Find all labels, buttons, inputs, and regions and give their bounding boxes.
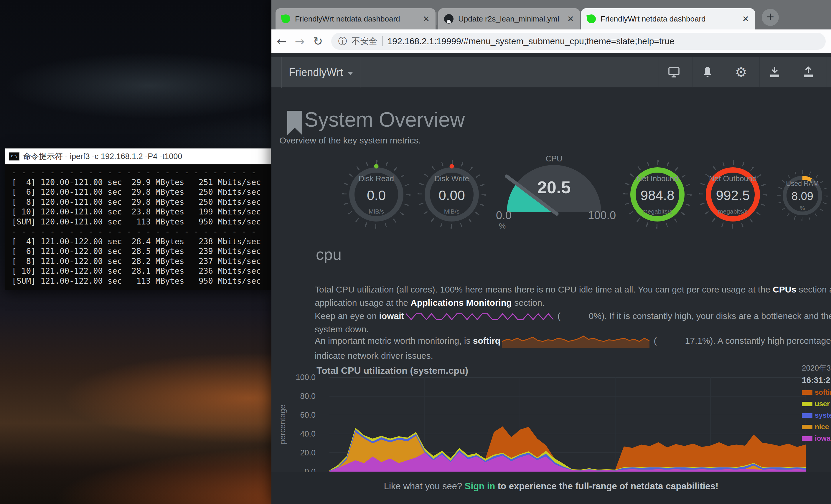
gauge-value-dot — [374, 164, 379, 169]
github-favicon — [444, 14, 454, 24]
terminal-output: - - - - - - - - - - - - - - - - - - - - … — [5, 165, 271, 290]
dashboard-display-button[interactable] — [659, 57, 689, 87]
legend-swatch — [802, 402, 812, 406]
tab-github[interactable]: Update r2s_lean_minimal.yml · k ✕ — [438, 8, 580, 29]
gauge-label: Used RAM — [786, 180, 819, 188]
legend-item-iowait[interactable]: iowait — [802, 434, 831, 442]
gauge-net-outbound[interactable]: Net Outbound 992.5 megabits/s — [699, 160, 767, 229]
gauge-unit: % — [800, 205, 805, 211]
legend-item-system[interactable]: system — [802, 411, 831, 419]
footer-text: to experience the full-range of netdata … — [495, 481, 718, 491]
tab-netdata-2-active[interactable]: FriendlyWrt netdata dashboard ✕ — [581, 8, 755, 29]
terminal-titlebar[interactable]: C:\ 命令提示符 - iperf3 -c 192.168.1.2 -P4 -t… — [5, 148, 271, 165]
gauge-value-dot — [450, 164, 454, 169]
alarms-button[interactable] — [692, 57, 722, 87]
terminal-line: [ 8] 120.00-121.00 sec 29.8 MBytes 250 M… — [12, 197, 271, 207]
legend-swatch — [802, 413, 812, 418]
download-icon — [768, 65, 782, 79]
tab-strip: FriendlyWrt netdata dashboard ✕ Update r… — [271, 0, 831, 29]
brand-dropdown[interactable]: FriendlyWrt — [281, 57, 361, 88]
terminal-line: [ 8] 121.00-122.00 sec 28.2 MBytes 237 M… — [12, 256, 271, 266]
legend-item-nice[interactable]: nice — [802, 423, 831, 431]
upload-icon — [801, 65, 815, 79]
ytick: 80.0 — [283, 392, 316, 401]
terminal-line: [ 6] 120.00-121.00 sec 29.8 MBytes 250 M… — [12, 187, 271, 197]
gauge-disk-read[interactable]: Disk Read 0.0 MiB/s — [342, 160, 410, 229]
terminal-line: - - - - - - - - - - - - - - - - - - - - … — [12, 227, 271, 237]
tab-netdata-1[interactable]: FriendlyWrt netdata dashboard ✕ — [276, 8, 435, 29]
omnibox-divider — [382, 36, 383, 46]
bell-icon — [700, 65, 715, 79]
gauge-value: 0.00 — [438, 187, 465, 203]
gauge-unit: MiB/s — [369, 208, 384, 215]
browser-window: FriendlyWrt netdata dashboard ✕ Update r… — [271, 0, 831, 504]
address-bar[interactable]: ⓘ 不安全 192.168.2.1:19999/#menu_system_sub… — [331, 33, 826, 50]
page-subtitle: Overview of the key system metrics. — [279, 136, 421, 146]
info-icon[interactable]: ⓘ — [338, 35, 347, 48]
terminal-line: [ 10] 121.00-122.00 sec 28.1 MBytes 236 … — [12, 266, 271, 276]
ytick: 100.0 — [283, 373, 316, 382]
terminal-line: [ 10] 120.00-121.00 sec 23.8 MBytes 199 … — [12, 207, 271, 217]
reload-button[interactable]: ↻ — [313, 34, 323, 48]
applications-monitoring-link[interactable]: Applications Monitoring — [410, 298, 512, 307]
gauge-value: 20.5 — [491, 177, 618, 197]
tab-label: FriendlyWrt netdata dashboard — [601, 14, 736, 24]
doc-line: system down. — [315, 323, 831, 336]
forward-button[interactable]: → — [295, 34, 305, 48]
back-button[interactable]: ← — [277, 34, 287, 48]
terminal-line: [ 6] 121.00-122.00 sec 28.5 MBytes 239 M… — [12, 246, 271, 256]
gauge-cpu[interactable]: CPU 20.5 0.0 100.0 % — [491, 154, 618, 237]
page-title: System Overview — [305, 108, 465, 131]
gauge-max: 100.0 — [588, 209, 616, 222]
gauge-label: Disk Read — [359, 174, 394, 183]
chart-title: Total CPU utilization (system.cpu) — [316, 365, 468, 376]
legend-swatch — [802, 436, 812, 441]
section-heading-cpu: cpu — [316, 245, 342, 263]
gauge-min: 0.0 — [496, 209, 512, 222]
legend-item-user[interactable]: user — [802, 400, 831, 408]
monitor-icon — [667, 65, 681, 79]
gauge-net-inbound[interactable]: Net Inbound 984.8 megabits/s — [623, 160, 692, 229]
cpu-utilization-chart[interactable] — [329, 377, 806, 472]
tab-close-icon[interactable]: ✕ — [423, 14, 430, 24]
new-tab-button[interactable]: + — [762, 9, 779, 26]
sign-in-link[interactable]: Sign in — [465, 481, 495, 491]
signin-footer: Like what you see? Sign in to experience… — [271, 472, 831, 504]
browser-toolbar: ← → ↻ ⓘ 不安全 192.168.2.1:19999/#menu_syst… — [271, 29, 831, 53]
doc-line: indicate network driver issues. — [315, 349, 831, 362]
doc-line: An important metric worth monitoring, is… — [315, 334, 831, 348]
gauge-label: Net Inbound — [636, 174, 678, 183]
softirq-sparkline[interactable] — [502, 335, 650, 348]
gauge-value: 0.0 — [367, 187, 386, 203]
settings-button[interactable]: ⚙ — [726, 57, 756, 87]
brand-label: FriendlyWrt — [289, 66, 343, 79]
tab-close-icon[interactable]: ✕ — [742, 14, 749, 24]
footer-text: Like what you see? — [384, 481, 465, 491]
chevron-down-icon — [348, 72, 353, 75]
gauge-unit: megabits/s — [718, 208, 748, 215]
tab-separator — [436, 12, 437, 25]
url-text[interactable]: 192.168.2.1:19999/#menu_system_submenu_c… — [388, 36, 675, 46]
tab-close-icon[interactable]: ✕ — [567, 14, 574, 24]
doc-line: Total CPU utilization (all cores). 100% … — [315, 283, 831, 296]
import-button[interactable] — [760, 57, 790, 87]
iowait-sparkline[interactable] — [406, 313, 553, 321]
ytick: 40.0 — [283, 429, 316, 439]
gauge-unit: megabits/s — [642, 208, 672, 215]
chart-time: 16:31:2 — [802, 376, 831, 385]
chart-ylabel: percentage — [278, 392, 287, 457]
cmd-icon: C:\ — [9, 152, 20, 160]
more-button[interactable] — [827, 57, 831, 87]
export-button[interactable] — [793, 57, 823, 87]
gauge-disk-write[interactable]: Disk Write 0.00 MiB/s — [418, 160, 486, 229]
gauge-label: Net Outbound — [709, 174, 757, 183]
gauge-value: 984.8 — [640, 187, 674, 203]
terminal-window: C:\ 命令提示符 - iperf3 -c 192.168.1.2 -P4 -t… — [5, 148, 271, 290]
gauge-unit: % — [499, 221, 506, 231]
terminal-line: [ 4] 121.00-122.00 sec 28.4 MBytes 238 M… — [12, 237, 271, 246]
terminal-line: [SUM] 121.00-122.00 sec 113 MBytes 950 M… — [12, 276, 271, 286]
legend-item-softirq[interactable]: softirq — [802, 388, 831, 396]
cpus-link[interactable]: CPUs — [773, 285, 796, 294]
gauge-used-ram[interactable]: Used RAM 8.09 % — [777, 170, 828, 221]
security-label: 不安全 — [352, 35, 377, 47]
